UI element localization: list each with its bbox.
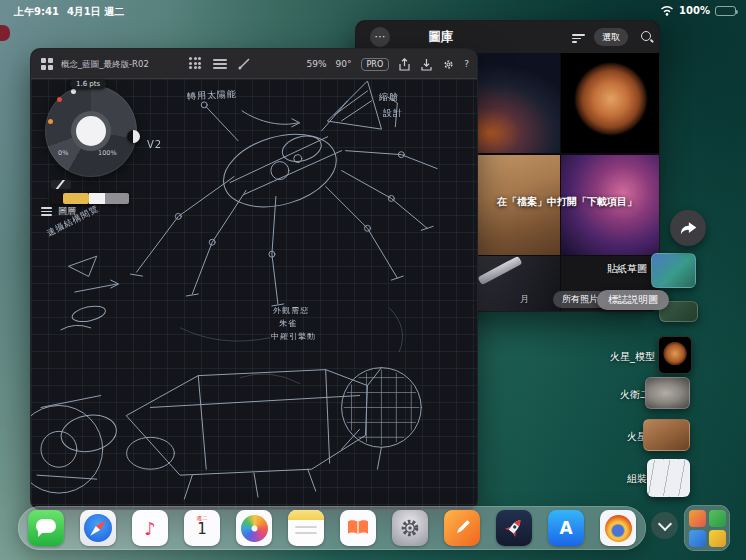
mini-app-green [709,510,726,527]
drag-thumb-mars[interactable] [643,419,690,451]
drag-badge-logo-diagram[interactable]: 標誌説明圖 [597,290,669,310]
open-book-icon [347,519,369,537]
photo-thumb-mars-planet[interactable] [561,53,660,153]
annotation-solar: 轉用太陽能 [187,88,238,104]
mini-app-yellow [709,530,726,547]
dock-collapse-chevron[interactable] [651,512,678,539]
pro-badge[interactable]: PRO [361,58,390,71]
select-button[interactable]: 選取 [594,28,628,46]
rotation-value[interactable]: 90° [336,59,352,69]
rocket-icon [500,514,528,542]
mini-app-orange [689,510,706,527]
ipad-screen: 上午9:41 4月1日 週二 100% ⋯ 圖庫 選取 [0,0,746,560]
more-options-button[interactable]: ⋯ [370,27,390,47]
dock-app-browser[interactable] [600,510,636,546]
layers-label: 圖層 [58,205,76,218]
pencil-icon [449,515,475,541]
drag-thumb-deimos[interactable] [645,377,690,409]
active-tool-chip[interactable] [51,180,71,189]
annotation-note-2: 朱雀 [279,318,297,329]
opacity-max-label: 100% [98,149,117,157]
swatch-black[interactable] [49,193,63,204]
dock-app-books[interactable] [340,510,376,546]
brush-tool-wheel[interactable]: 1.6 pts 0% 100% [45,85,137,177]
import-icon[interactable] [420,58,433,71]
dock-app-calendar[interactable]: 週二 1 [184,510,220,546]
dock-app-messages[interactable] [28,510,64,546]
active-color-swatch[interactable] [76,116,106,146]
calendar-day: 1 [197,522,207,538]
battery-icon [715,6,736,16]
edge-indicator [0,25,10,41]
concepts-window: 概念_藍圖_最終版-R02 59% 90° PRO [30,48,478,510]
concepts-toolbar: 概念_藍圖_最終版-R02 59% 90° PRO [31,49,477,79]
drag-label-assembly[interactable]: 組裝 [585,472,647,486]
dock-app-settings[interactable] [392,510,428,546]
flower-icon [241,515,268,542]
tab-month[interactable]: 月 [520,293,529,306]
drag-thumb-mars-model[interactable] [658,336,692,374]
annotation-cabin-2: 設計 [383,107,403,120]
music-note-icon: ♪ [144,518,156,539]
annotation-note-1: 外觀需惡 [273,305,309,316]
precision-grid-icon[interactable] [189,57,203,71]
orange-color-dot[interactable] [48,119,53,124]
drag-thumb-sticker[interactable] [651,253,696,288]
dock-app-notes[interactable] [288,510,324,546]
hamburger-icon [41,205,52,218]
notes-line [295,532,317,534]
clock: 上午9:41 [14,5,59,19]
help-button[interactable]: ? [464,59,469,69]
compass-icon [84,514,112,542]
dock-app-appstore[interactable]: A [548,510,584,546]
settings-gear-icon[interactable] [442,58,455,71]
pen-icon[interactable] [237,57,251,71]
drag-label-deimos[interactable]: 火衛二 [585,388,650,402]
app-library-tile[interactable] [684,505,730,551]
drag-label-sticker[interactable]: 貼紙草圖 [575,262,647,276]
swatch-white[interactable] [89,193,105,204]
drag-label-mars[interactable]: 火星 [585,430,647,444]
swatch-yellow-selected[interactable] [63,193,89,204]
gallery-icon[interactable] [41,58,53,70]
layers-button[interactable]: 圖層 [41,205,76,218]
wifi-icon [660,5,674,16]
dock: ♪ 週二 1 [18,506,646,550]
zoom-level[interactable]: 59% [307,59,327,69]
dock-app-music[interactable]: ♪ [132,510,168,546]
photos-title: 圖庫 [411,29,471,46]
forward-arrow-icon [678,219,698,237]
color-palette-bar [49,193,129,204]
list-icon[interactable] [213,57,227,71]
dock-app-photos[interactable] [236,510,272,546]
browser-globe-icon [605,515,632,542]
drag-hint-toast: 在「檔案」中打開「下載項目」 [476,195,658,209]
notes-line [295,526,317,528]
gear-icon [397,515,423,541]
white-color-dot[interactable] [71,89,76,94]
annotation-note-3: 中羅引擎動 [271,331,316,342]
swatch-gray[interactable] [105,193,129,204]
dock-app-rocket[interactable] [496,510,532,546]
notes-header-icon [288,510,324,520]
drag-label-mars-model[interactable]: 火星_模型 [585,350,655,364]
drag-thumb-assembly[interactable] [647,459,690,497]
appstore-a-icon: A [559,518,572,538]
annotation-cabin-1: 縮艙 [379,91,399,104]
dock-app-sketch[interactable] [444,510,480,546]
opacity-min-label: 0% [58,149,68,157]
dock-app-safari[interactable] [80,510,116,546]
date: 4月1日 週二 [67,5,124,19]
share-export-icon[interactable] [398,58,411,71]
annotation-version: V2 [147,139,162,150]
search-icon[interactable] [640,30,654,44]
speech-bubble-icon [36,519,56,533]
battery-percent: 100% [679,5,710,16]
blend-mode-icon[interactable] [127,130,140,143]
filter-icon[interactable] [572,32,585,45]
red-color-dot[interactable] [57,97,62,102]
share-forward-button[interactable] [670,210,706,246]
status-bar: 上午9:41 4月1日 週二 100% [0,0,746,20]
document-title: 概念_藍圖_最終版-R02 [61,59,179,71]
mini-app-blue [689,530,706,547]
